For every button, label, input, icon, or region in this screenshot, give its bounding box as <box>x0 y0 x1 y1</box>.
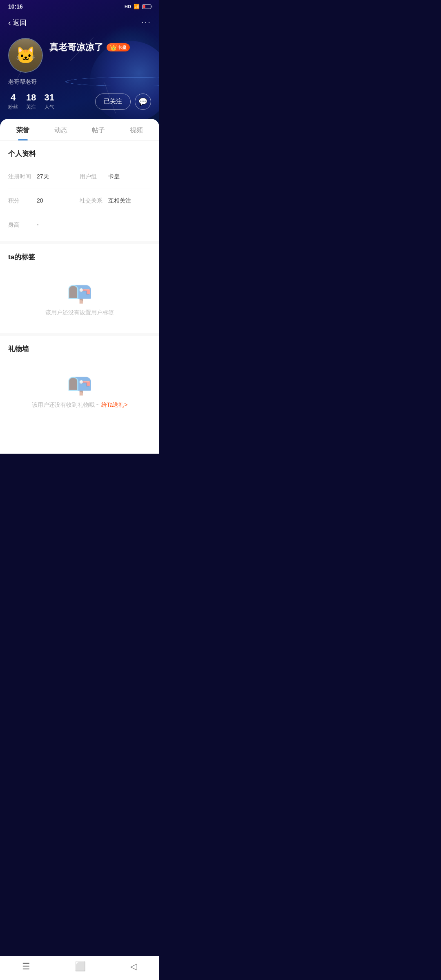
register-label: 注册时间 <box>8 173 37 180</box>
avatar-container: 🐱 <box>8 38 43 73</box>
info-col-social: 社交关系 互相关注 <box>80 193 151 209</box>
popularity-num: 31 <box>44 92 54 103</box>
points-value: 20 <box>37 197 43 204</box>
more-button[interactable]: ··· <box>141 17 151 28</box>
info-col-points: 积分 20 <box>8 193 80 209</box>
tab-honor[interactable]: 荣誉 <box>4 119 42 140</box>
vip-badge: 👑 卡皇 <box>107 43 130 51</box>
followers-num: 4 <box>8 92 18 103</box>
crown-icon: 👑 <box>110 44 117 51</box>
info-row-2: 积分 20 社交关系 互相关注 <box>8 189 151 213</box>
back-button[interactable]: ‹ 返回 <box>8 18 27 27</box>
follow-button[interactable]: 已关注 <box>95 94 131 110</box>
back-chevron-icon: ‹ <box>8 18 11 27</box>
time-display: 10:16 <box>8 3 23 10</box>
info-row-1: 注册时间 27天 用户组 卡皇 <box>8 165 151 189</box>
stat-followers[interactable]: 4 粉丝 <box>8 92 18 111</box>
tags-empty-state: 📭 该用户还没有设置用户标签 <box>8 268 151 329</box>
gift-wall-section: 礼物墙 📭 该用户还没有收到礼物哦 ~ 给Ta送礼> <box>0 333 159 425</box>
popularity-label: 人气 <box>45 104 54 110</box>
wifi-icon: 📶 <box>134 4 140 9</box>
personal-info-section: 个人资料 注册时间 27天 用户组 卡皇 积分 20 社交关系 互相关注 <box>0 141 159 241</box>
tags-empty-icon: 📭 <box>67 281 92 304</box>
status-icons: HD 📶 <box>125 4 151 9</box>
height-label: 身高 <box>8 221 37 229</box>
info-col-usergroup: 用户组 卡皇 <box>80 169 151 185</box>
bio-text: 老哥帮老哥 <box>8 78 151 86</box>
gift-empty-prefix: 该用户还没有收到礼物哦 ~ <box>32 401 101 408</box>
username-text: 真老哥凉凉了 <box>49 41 103 53</box>
message-button[interactable]: 💬 <box>135 94 151 110</box>
avatar: 🐱 <box>8 38 43 73</box>
avatar-image: 🐱 <box>9 39 42 72</box>
stats-actions: 4 粉丝 18 关注 31 人气 已关注 💬 <box>8 92 151 111</box>
tab-video-label: 视频 <box>130 127 143 134</box>
following-label: 关注 <box>26 104 36 110</box>
tags-empty-text: 该用户还没有设置用户标签 <box>45 309 114 316</box>
social-label: 社交关系 <box>80 197 108 205</box>
tab-dynamic-label: 动态 <box>54 127 67 134</box>
gift-wall-title: 礼物墙 <box>8 344 151 354</box>
username-area: 真老哥凉凉了 👑 卡皇 <box>49 38 130 53</box>
stat-popularity[interactable]: 31 人气 <box>44 92 54 111</box>
tags-title: ta的标签 <box>8 252 151 262</box>
gift-empty-message: 该用户还没有收到礼物哦 ~ 给Ta送礼> <box>32 401 128 409</box>
bottom-spacer <box>0 425 159 454</box>
tab-honor-label: 荣誉 <box>16 127 29 134</box>
nav-bar: ‹ 返回 ··· <box>0 13 159 32</box>
social-value: 互相关注 <box>108 197 131 205</box>
height-value: - <box>37 221 39 228</box>
personal-info-title: 个人资料 <box>8 149 151 158</box>
gift-empty-state: 📭 该用户还没有收到礼物哦 ~ 给Ta送礼> <box>8 360 151 421</box>
profile-top: 🐱 真老哥凉凉了 👑 卡皇 <box>8 38 151 73</box>
signal-icon: HD <box>125 4 131 9</box>
followers-label: 粉丝 <box>8 104 18 110</box>
info-col-height: 身高 - <box>8 217 151 233</box>
info-col-register: 注册时间 27天 <box>8 169 80 185</box>
vip-label: 卡皇 <box>118 45 127 51</box>
action-buttons: 已关注 💬 <box>95 94 151 110</box>
tab-dynamic[interactable]: 动态 <box>42 119 80 140</box>
points-label: 积分 <box>8 197 37 205</box>
tags-section: ta的标签 📭 该用户还没有设置用户标签 <box>0 241 159 333</box>
following-num: 18 <box>26 92 36 103</box>
battery-icon <box>142 4 151 9</box>
usergroup-value: 卡皇 <box>108 173 120 180</box>
profile-section: 🐱 真老哥凉凉了 👑 卡皇 老哥帮老哥 4 粉丝 18 关注 <box>0 32 159 119</box>
tabs: 荣誉 动态 帖子 视频 <box>0 119 159 141</box>
tab-video[interactable]: 视频 <box>118 119 156 140</box>
username-row: 真老哥凉凉了 👑 卡皇 <box>49 41 130 53</box>
tab-posts-label: 帖子 <box>92 127 105 134</box>
gift-empty-icon: 📭 <box>67 372 92 396</box>
content-card: 荣誉 动态 帖子 视频 个人资料 注册时间 27天 用户组 卡皇 <box>0 119 159 454</box>
stat-following[interactable]: 18 关注 <box>26 92 36 111</box>
usergroup-label: 用户组 <box>80 173 108 180</box>
info-row-3: 身高 - <box>8 213 151 237</box>
gift-link[interactable]: 给Ta送礼> <box>101 401 128 408</box>
register-value: 27天 <box>37 173 49 180</box>
status-bar: 10:16 HD 📶 <box>0 0 159 13</box>
stats-row: 4 粉丝 18 关注 31 人气 <box>8 92 54 111</box>
message-icon: 💬 <box>138 97 147 106</box>
back-label: 返回 <box>13 18 27 27</box>
tab-posts[interactable]: 帖子 <box>80 119 118 140</box>
